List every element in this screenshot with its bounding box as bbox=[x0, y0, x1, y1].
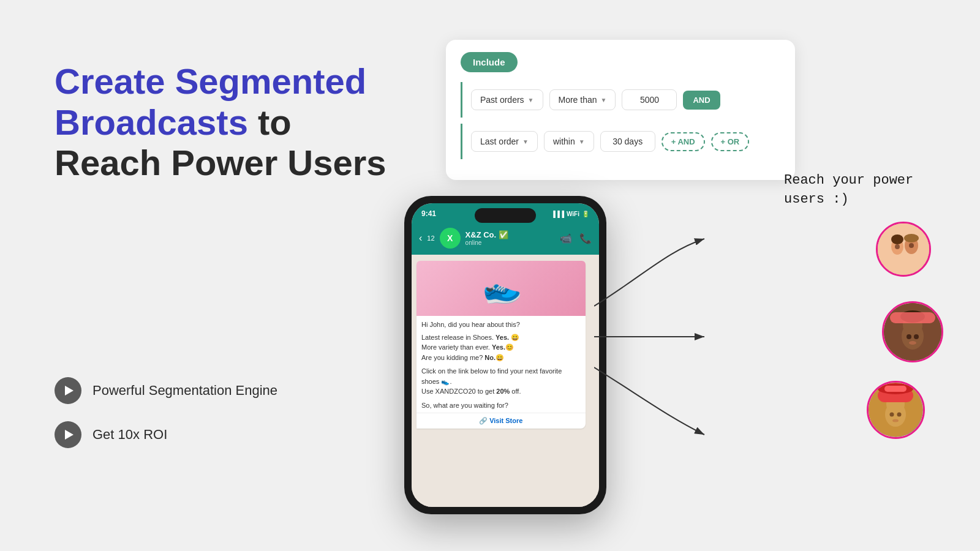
phone-time: 9:41 bbox=[421, 209, 436, 218]
contact-info: X&Z Co. ✅ online bbox=[466, 230, 555, 246]
feature-label-1: Powerful Segmentation Engine bbox=[92, 383, 277, 399]
seg-row-1: Past orders ▼ More than ▼ 5000 AND bbox=[461, 82, 780, 118]
video-call-icon[interactable]: 📹 bbox=[560, 233, 572, 244]
chevron-down-icon-4: ▼ bbox=[579, 138, 585, 145]
svg-point-14 bbox=[909, 341, 916, 345]
contact-name: X&Z Co. ✅ bbox=[466, 230, 555, 239]
features-section: Powerful Segmentation Engine Get 10x ROI bbox=[55, 377, 277, 465]
headline-blue: Create Segmented Broadcasts bbox=[55, 61, 366, 142]
user-avatar-2 bbox=[882, 301, 943, 362]
chat-line2: More variety than ever. Yes.😊 bbox=[421, 342, 581, 353]
feature-item-2: Get 10x ROI bbox=[55, 421, 277, 448]
user-avatar-face-2 bbox=[884, 303, 941, 361]
signal-icon: ▐▐▐ bbox=[551, 211, 564, 217]
chevron-down-icon-2: ▼ bbox=[601, 97, 607, 103]
svg-point-20 bbox=[897, 412, 902, 416]
svg-point-4 bbox=[891, 234, 903, 244]
svg-point-6 bbox=[895, 244, 900, 249]
svg-rect-24 bbox=[884, 386, 907, 392]
connection-arrows bbox=[594, 214, 717, 459]
svg-point-12 bbox=[907, 334, 911, 339]
phone-mockup: 9:41 ▐▐▐ WiFi 🔋 ‹ 12 X X&Z Co. ✅ online bbox=[404, 196, 606, 514]
svg-point-7 bbox=[909, 243, 914, 248]
chat-bubble-main: 👟 Hi John, did you hear about this? Late… bbox=[417, 261, 586, 429]
svg-point-19 bbox=[890, 412, 894, 416]
verified-icon: ✅ bbox=[499, 230, 508, 239]
chevron-down-icon-1: ▼ bbox=[528, 97, 534, 103]
user-avatar-face-1 bbox=[878, 223, 929, 275]
field-select-1[interactable]: Past orders ▼ bbox=[471, 89, 543, 110]
value-field-2[interactable]: 30 days bbox=[600, 131, 655, 152]
back-icon[interactable]: ‹ bbox=[419, 233, 422, 244]
svg-rect-15 bbox=[890, 312, 935, 323]
users-section: Reach your power users :) bbox=[784, 171, 943, 454]
phone-container: 9:41 ▐▐▐ WiFi 🔋 ‹ 12 X X&Z Co. ✅ online bbox=[404, 196, 606, 514]
wifi-icon: WiFi bbox=[567, 211, 579, 217]
include-button[interactable]: Include bbox=[461, 52, 518, 72]
chat-line4: Click on the link below to find your nex… bbox=[421, 366, 581, 386]
status-icons: ▐▐▐ WiFi 🔋 bbox=[551, 211, 589, 217]
chat-body: 👟 Hi John, did you hear about this? Late… bbox=[412, 255, 599, 507]
reach-text: Reach your power users :) bbox=[784, 171, 943, 209]
feature-label-2: Get 10x ROI bbox=[92, 427, 167, 443]
chat-greeting: Hi John, did you hear about this? bbox=[421, 320, 581, 330]
user-avatar-1 bbox=[876, 222, 931, 277]
header-action-icons: 📹 📞 bbox=[560, 233, 592, 244]
value-field-1[interactable]: 5000 bbox=[622, 89, 677, 110]
contact-status: online bbox=[466, 239, 555, 246]
feature-item-1: Powerful Segmentation Engine bbox=[55, 377, 277, 404]
svg-point-21 bbox=[892, 419, 899, 422]
shoe-icon: 👟 bbox=[477, 261, 525, 315]
operator-select-1[interactable]: More than ▼ bbox=[549, 89, 616, 110]
add-or-button[interactable]: + OR bbox=[711, 132, 750, 151]
field-select-2[interactable]: Last order ▼ bbox=[471, 131, 538, 152]
user-avatar-face-3 bbox=[869, 383, 923, 437]
phone-call-icon[interactable]: 📞 bbox=[579, 233, 592, 244]
and-badge-button[interactable]: AND bbox=[683, 91, 720, 110]
headline-section: Create Segmented Broadcasts to Reach Pow… bbox=[55, 61, 398, 184]
chat-line5: Use XANDZCO20 to get 20% off. bbox=[421, 386, 581, 397]
seg-row-2: Last order ▼ within ▼ 30 days + AND + OR bbox=[461, 124, 780, 159]
play-icon-2[interactable] bbox=[55, 421, 81, 448]
visit-store-link[interactable]: 🔗 Visit Store bbox=[417, 413, 586, 429]
add-and-button[interactable]: + AND bbox=[662, 132, 705, 151]
contact-avatar: X bbox=[440, 228, 461, 249]
svg-point-13 bbox=[914, 334, 919, 339]
play-icon-1[interactable] bbox=[55, 377, 81, 404]
back-count: 12 bbox=[427, 234, 434, 242]
chat-line3: Are you kidding me? No.😄 bbox=[421, 353, 581, 363]
operator-select-2[interactable]: within ▼ bbox=[544, 131, 594, 152]
phone-chat-header: ‹ 12 X X&Z Co. ✅ online 📹 📞 bbox=[412, 223, 599, 255]
battery-icon: 🔋 bbox=[582, 211, 589, 217]
chevron-down-icon-3: ▼ bbox=[522, 138, 529, 145]
phone-notch bbox=[475, 208, 536, 223]
phone-screen: 9:41 ▐▐▐ WiFi 🔋 ‹ 12 X X&Z Co. ✅ online bbox=[412, 203, 599, 507]
user-avatar-3 bbox=[867, 381, 925, 439]
shoe-image: 👟 bbox=[417, 261, 586, 316]
chat-line1: Latest release in Shoes. Yes. 😀 bbox=[421, 332, 581, 343]
svg-point-5 bbox=[904, 234, 919, 242]
chat-line6: So, what are you waiting for? bbox=[421, 400, 581, 411]
svg-point-1 bbox=[878, 223, 929, 275]
segmentation-card: Include Past orders ▼ More than ▼ 5000 A… bbox=[446, 40, 795, 180]
user-avatars-container bbox=[784, 222, 943, 454]
